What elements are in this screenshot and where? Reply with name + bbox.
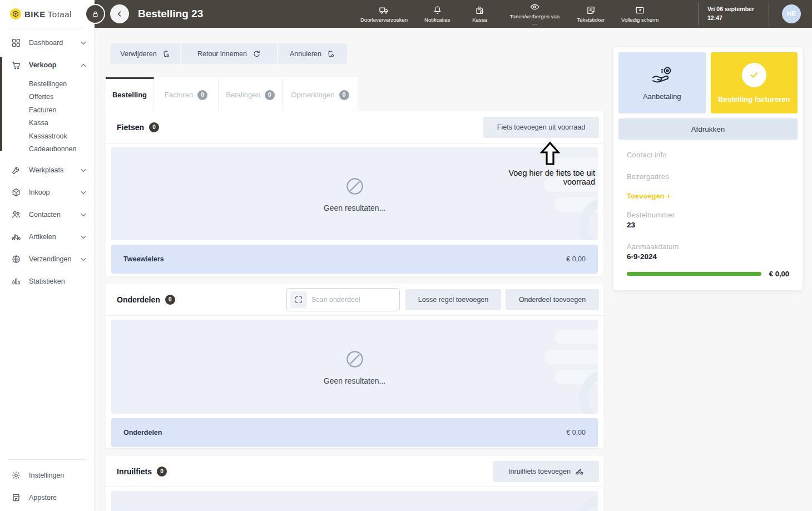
delivery-address-label: Bezorgadres <box>627 172 789 181</box>
sidebar-item-facturen[interactable]: Facturen <box>0 103 94 117</box>
sidebar-item-bestellingen[interactable]: Bestellingen <box>0 77 94 91</box>
header-action-doorleververzoeken[interactable]: Doorleververzoeken <box>360 5 408 23</box>
bike-watermark <box>524 494 598 511</box>
store-icon <box>11 493 21 503</box>
globe-icon <box>11 254 21 264</box>
bike-watermark <box>524 323 598 414</box>
check-icon <box>742 63 766 87</box>
onderdelen-title: Onderdelen 0 <box>117 295 175 305</box>
scan-part-input[interactable] <box>311 296 395 304</box>
sidebar-item-werkplaats[interactable]: Werkplaats <box>0 159 94 181</box>
brand-name-bold: BIKE <box>24 9 46 19</box>
order-tabs: Bestelling Facturen 0 Betalingen 0 Opmer… <box>106 77 358 111</box>
tutorial-hint-text: Voeg hier de fiets toe uit voorraad <box>478 168 595 186</box>
header-action-kassa[interactable]: Kassa <box>467 5 492 23</box>
box-icon <box>11 187 21 197</box>
tutorial-arrow-up <box>540 141 560 166</box>
divider <box>106 315 603 316</box>
creation-date-value: 6-9-2024 <box>627 252 789 261</box>
chevron-down-icon <box>81 41 86 45</box>
sidebar-item-verzendingen[interactable]: Verzendingen <box>0 248 94 270</box>
brand-logo[interactable]: BIKE Totaal <box>0 0 94 28</box>
divider <box>106 487 603 487</box>
down-payment-card[interactable]: Aanbetaling <box>618 52 706 113</box>
invoice-order-card[interactable]: Bestelling factureren <box>711 52 798 113</box>
order-summary-panel: Aanbetaling Bestelling factureren Afdruk… <box>613 47 803 290</box>
chevron-up-icon <box>81 63 86 67</box>
register-icon <box>474 5 485 16</box>
sidebar-item-contacten[interactable]: Contacten <box>0 204 94 226</box>
avatar[interactable]: HE <box>782 4 801 23</box>
bike-watermark <box>524 151 598 240</box>
print-button[interactable]: Afdrukken <box>618 118 798 140</box>
tab-facturen[interactable]: Facturen 0 <box>154 77 219 111</box>
sidebar-item-instellingen[interactable]: Instellingen <box>0 464 94 487</box>
header-action-volledig-scherm[interactable]: Volledig scherm <box>621 5 658 23</box>
onderdelen-empty-text: Geen resultaten... <box>324 376 385 385</box>
panel-action-cards: Aanbetaling Bestelling factureren <box>618 52 798 113</box>
chart-icon <box>11 276 21 286</box>
cancel-button[interactable]: Annuleren <box>278 43 347 64</box>
header-time: 12:47 <box>707 14 754 23</box>
inruilfiets-header: Inruilfiets 0 Inruilfiets toevoegen <box>106 456 603 487</box>
fietsen-header: Fietsen 0 Fiets toevoegen uit voorraad <box>106 111 603 143</box>
chevron-down-icon <box>81 191 86 195</box>
dashboard-icon <box>11 38 21 48</box>
verkoop-subnav: Bestellingen Offertes Facturen Kassa Kas… <box>0 76 94 159</box>
header-action-notificaties[interactable]: Notificaties <box>424 5 450 23</box>
sidebar-nav: Dashboard Verkoop Bestellingen Offertes … <box>0 28 94 292</box>
sidebar: BIKE Totaal Dashboard Verkoop Bestelling… <box>0 0 95 511</box>
tab-opmerkingen[interactable]: Opmerkingen 0 <box>283 77 358 111</box>
return-button[interactable]: Retour innemen <box>181 43 277 64</box>
header-separator <box>769 3 769 25</box>
tab-facturen-count: 0 <box>197 90 207 100</box>
progress-bar <box>627 272 761 276</box>
order-number-label: Bestelnummer <box>627 211 789 219</box>
inruilfiets-title: Inruilfiets 0 <box>117 467 167 477</box>
back-button[interactable] <box>110 4 129 23</box>
chevron-down-icon <box>81 168 86 172</box>
add-part-button[interactable]: Onderdeel toevoegen <box>506 289 599 310</box>
onderdelen-empty-state: Geen resultaten... <box>111 320 598 414</box>
header-date: Vri 06 september <box>707 5 754 14</box>
delete-button[interactable]: Verwijderen <box>111 43 180 64</box>
sidebar-item-offertes[interactable]: Offertes <box>0 91 94 104</box>
add-bike-from-stock-button[interactable]: Fiets toevoegen uit voorraad <box>483 117 599 138</box>
lock-icon <box>91 10 100 18</box>
header-datetime: Vri 06 september 12:47 <box>707 5 754 23</box>
header-action-tekststicker[interactable]: Tekststicker <box>577 5 605 23</box>
eye-icon <box>529 2 540 12</box>
sidebar-item-appstore[interactable]: Appstore <box>0 487 94 509</box>
chevron-down-icon <box>81 235 86 239</box>
sidebar-item-kassa[interactable]: Kassa <box>0 117 94 130</box>
onderdelen-header: Onderdelen 0 Losse regel toevoegen Onder… <box>106 284 603 315</box>
lock-button[interactable] <box>85 4 105 24</box>
add-trade-in-bike-button[interactable]: Inruilfiets toevoegen <box>493 461 599 482</box>
tab-opmerkingen-count: 0 <box>339 90 349 100</box>
header-actions: Doorleververzoeken Notificaties Kassa To… <box>360 0 658 28</box>
sidebar-item-kassastrook[interactable]: Kassastrook <box>0 130 94 143</box>
sidebar-item-artikelen[interactable]: Artikelen <box>0 226 94 248</box>
bike-icon <box>575 467 584 476</box>
tab-betalingen[interactable]: Betalingen 0 <box>219 77 283 111</box>
bike-icon <box>11 232 21 242</box>
main-content: Verwijderen Retour innemen Annuleren Bes… <box>95 28 812 511</box>
sidebar-item-dashboard[interactable]: Dashboard <box>0 32 94 54</box>
sidebar-item-verkoop[interactable]: Verkoop <box>0 54 94 76</box>
header-action-tonen-verbergen[interactable]: Tonen/verbergen van ... <box>509 2 560 26</box>
inruilfiets-empty-state <box>111 491 598 511</box>
onderdelen-total-bar: Onderdelen € 0,00 <box>111 418 598 447</box>
shopping-cart-icon <box>11 60 21 70</box>
sidebar-item-cadeaubonnen[interactable]: Cadeaubonnen <box>0 143 94 156</box>
fietsen-section: Fietsen 0 Fiets toevoegen uit voorraad G… <box>106 111 603 276</box>
tab-bestelling[interactable]: Bestelling <box>106 77 154 111</box>
brand-name-light: Totaal <box>48 9 72 19</box>
fietsen-empty-text: Geen resultaten... <box>324 204 385 212</box>
footer-divider <box>8 459 86 460</box>
add-loose-line-button[interactable]: Losse regel toevoegen <box>405 289 501 310</box>
sidebar-item-statistieken[interactable]: Statistieken <box>0 270 94 292</box>
sidebar-item-inkoop[interactable]: Inkoop <box>0 181 94 204</box>
inruilfiets-section: Inruilfiets 0 Inruilfiets toevoegen <box>106 456 603 511</box>
chevron-left-icon <box>116 10 123 18</box>
add-address-link[interactable]: Toevoegen + <box>627 192 671 200</box>
